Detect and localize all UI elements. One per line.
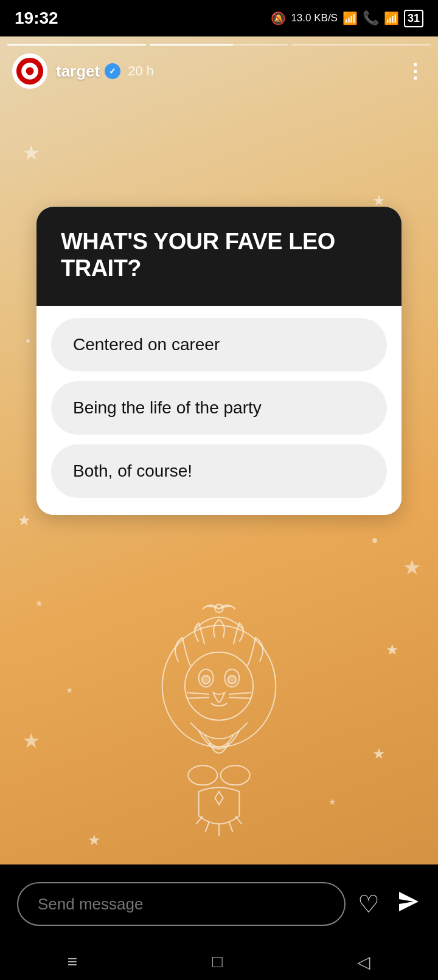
wifi-icon: 📶: [342, 11, 358, 26]
svg-point-15: [221, 765, 250, 785]
svg-line-17: [205, 821, 209, 832]
home-square-icon[interactable]: □: [212, 952, 223, 971]
call-icon: 📞: [363, 10, 379, 26]
bottom-actions: ♡: [358, 889, 421, 919]
bottom-bar: ♡: [0, 864, 438, 944]
signal-icon: 📶: [384, 11, 399, 26]
progress-bar-2: [150, 44, 288, 46]
poll-option-3-label: Both, of course!: [73, 461, 192, 480]
progress-bars: [7, 44, 431, 46]
hamburger-icon[interactable]: ≡: [68, 952, 77, 971]
back-icon[interactable]: ◁: [357, 952, 370, 972]
poll-option-3[interactable]: Both, of course!: [51, 444, 387, 498]
svg-marker-21: [399, 892, 419, 911]
story-username: target: [56, 62, 100, 81]
status-bar: 19:32 🔕 13.0 KB/S 📶 📞 📶 31: [0, 0, 438, 36]
status-time: 19:32: [15, 9, 58, 28]
mute-icon: 🔕: [271, 11, 286, 26]
poll-option-1-label: Centered on career: [73, 335, 220, 354]
nav-bar: ≡ □ ◁: [0, 944, 438, 980]
progress-bar-3: [292, 44, 431, 46]
svg-line-18: [229, 821, 233, 832]
share-icon[interactable]: [397, 889, 421, 919]
story-container: target ✓ 20 h ⋮ ★ ★ ★ ★ ★ ★ ★ ★ ★ ★ ★ ★ …: [0, 36, 438, 901]
status-icons: 🔕 13.0 KB/S 📶 📞 📶 31: [271, 10, 423, 27]
svg-line-11: [187, 697, 209, 698]
story-user-info: target ✓ 20 h: [56, 62, 154, 81]
progress-bar-1: [7, 44, 146, 46]
poll-option-2-label: Being the life of the party: [73, 398, 262, 417]
battery-indicator: 31: [404, 10, 423, 27]
svg-line-13: [229, 697, 251, 698]
svg-point-5: [185, 652, 253, 720]
target-logo-icon: [16, 57, 44, 85]
like-icon[interactable]: ♡: [358, 890, 380, 918]
svg-line-12: [229, 692, 251, 694]
svg-point-9: [228, 675, 236, 683]
story-time: 20 h: [128, 63, 154, 79]
network-speed: 13.0 KB/S: [291, 12, 338, 24]
svg-point-4: [162, 626, 276, 747]
svg-point-14: [188, 765, 217, 785]
poll-option-2[interactable]: Being the life of the party: [51, 381, 387, 435]
poll-option-1[interactable]: Centered on career: [51, 318, 387, 371]
svg-line-10: [187, 692, 209, 694]
verified-badge-icon: ✓: [105, 63, 120, 79]
message-input[interactable]: [17, 882, 346, 926]
svg-point-8: [202, 675, 210, 683]
poll-options: Centered on career Being the life of the…: [36, 306, 401, 515]
lion-illustration: [134, 597, 304, 840]
story-more-button[interactable]: ⋮: [405, 60, 426, 83]
svg-point-2: [26, 67, 34, 75]
avatar[interactable]: [12, 53, 47, 89]
poll-question: WHAT'S YOUR FAVE LEO TRAIT?: [61, 229, 377, 281]
poll-question-background: WHAT'S YOUR FAVE LEO TRAIT?: [36, 207, 401, 306]
story-header: target ✓ 20 h ⋮: [0, 53, 438, 89]
poll-card: WHAT'S YOUR FAVE LEO TRAIT? Centered on …: [36, 207, 401, 515]
